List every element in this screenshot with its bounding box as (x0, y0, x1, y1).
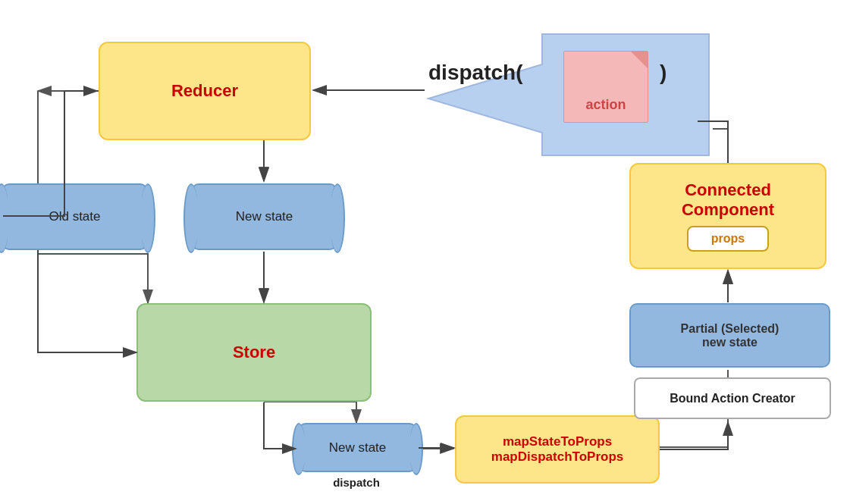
reducer-label: Reducer (171, 81, 238, 101)
map-state-line1: mapStateToProps (503, 434, 612, 449)
action-label: action (585, 97, 626, 113)
old-state-box: Old state (2, 183, 148, 250)
partial-state-box: Partial (Selected) new state (629, 303, 830, 368)
dispatch-text: dispatch( (428, 61, 522, 85)
diagram-container: dispatch( ) action Reducer Old state New… (0, 0, 850, 504)
store-label: Store (233, 343, 275, 362)
connected-component-box: Connected Component props (629, 163, 826, 269)
props-label: props (711, 232, 745, 245)
dispatch-label: dispatch (296, 476, 417, 489)
new-state-bottom-label: New state (329, 440, 387, 455)
partial-state-line2: new state (702, 336, 757, 349)
dispatch-close-text: ) (660, 61, 667, 85)
new-state-bottom-box: New state (298, 423, 417, 472)
reducer-box: Reducer (99, 42, 311, 140)
new-state-top-label: New state (236, 209, 293, 224)
old-state-label: Old state (49, 209, 100, 224)
partial-state-line1: Partial (Selected) (681, 322, 779, 336)
bound-action-box: Bound Action Creator (634, 377, 831, 419)
store-box: Store (136, 303, 372, 402)
map-state-box: mapStateToProps mapDispatchToProps (455, 415, 660, 484)
connected-component-title2: Component (682, 200, 774, 220)
props-box: props (687, 226, 769, 252)
bound-action-label: Bound Action Creator (670, 392, 795, 405)
connected-component-title1: Connected (685, 180, 771, 200)
map-state-line2: mapDispatchToProps (491, 449, 623, 465)
new-state-top-box: New state (191, 183, 337, 250)
action-note: action (563, 51, 648, 123)
